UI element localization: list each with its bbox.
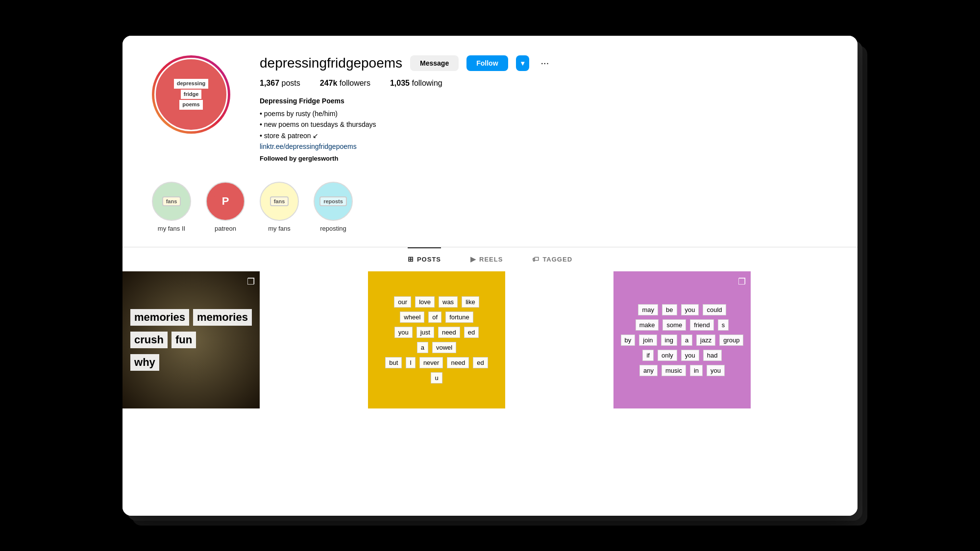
highlight-patreon[interactable]: P patreon bbox=[206, 182, 245, 232]
profile-stats: 1,367 posts 247k followers 1,035 followi… bbox=[260, 79, 828, 88]
p-had: had bbox=[703, 350, 722, 361]
post-2-row-4: a vowel bbox=[417, 342, 456, 353]
w-like: like bbox=[462, 296, 479, 308]
follow-button[interactable]: Follow bbox=[466, 55, 508, 71]
word-crush: crush bbox=[130, 332, 168, 348]
avatar-label-2: fridge bbox=[181, 90, 202, 99]
post-3-row-3: by join ing a jazz group bbox=[621, 335, 744, 346]
tabs-row: ⊞ POSTS ▶ REELS 🏷 TAGGED bbox=[122, 247, 858, 270]
avatar-ring: depressing fridge poems bbox=[152, 55, 230, 134]
bio-line3: • store & patreon ↙ bbox=[260, 132, 318, 140]
highlight-my-fans[interactable]: fans my fans bbox=[260, 182, 299, 232]
avatar-text: depressing fridge poems bbox=[174, 78, 209, 110]
w-of: of bbox=[428, 311, 441, 323]
w-need2: need bbox=[447, 357, 469, 368]
post-2-row-2: wheel of fortune bbox=[400, 311, 473, 323]
p-you: you bbox=[681, 304, 699, 315]
following-stat[interactable]: 1,035 following bbox=[390, 79, 442, 88]
message-button[interactable]: Message bbox=[410, 55, 459, 71]
word-why: why bbox=[130, 354, 159, 371]
p-any: any bbox=[639, 365, 658, 376]
w-ed2: ed bbox=[473, 357, 488, 368]
highlight-reposting[interactable]: reposts reposting bbox=[314, 182, 353, 232]
fans-ii-icon: fans bbox=[162, 196, 181, 206]
word-memories-1: memories bbox=[130, 309, 189, 326]
post-2-row-6: u bbox=[431, 372, 442, 383]
avatar-label-1: depressing bbox=[174, 79, 209, 88]
profile-bio: Depressing Fridge Poems • poems by rusty… bbox=[260, 96, 828, 152]
post-1-row-2: crush fun bbox=[130, 332, 196, 348]
patreon-icon: P bbox=[213, 189, 238, 214]
followers-stat[interactable]: 247k followers bbox=[320, 79, 370, 88]
more-button[interactable]: ··· bbox=[537, 55, 553, 71]
profile-top-row: depressingfridgepoems Message Follow ▾ ·… bbox=[260, 55, 828, 71]
post-2-words: our love was like wheel of fortune you bbox=[375, 287, 498, 393]
post-3-row-2: make some friend s bbox=[636, 319, 729, 331]
highlight-label-patreon: patreon bbox=[215, 225, 236, 232]
tagged-tab-label: TAGGED bbox=[542, 256, 572, 263]
profile-username: depressingfridgepoems bbox=[260, 55, 402, 71]
post-3-row-1: may be you could bbox=[638, 304, 726, 315]
p-jazz: jazz bbox=[696, 335, 715, 346]
post-1[interactable]: ❐ memories memories crush fun why bbox=[122, 271, 260, 408]
avatar[interactable]: depressing fridge poems bbox=[154, 58, 228, 131]
post-1-multi-icon: ❐ bbox=[247, 276, 255, 287]
w-vowel: vowel bbox=[432, 342, 456, 353]
highlights-row: fans my fans II P patreon fans my fans bbox=[122, 177, 858, 247]
bio-link[interactable]: linktr.ee/depressingfridgepoems bbox=[260, 143, 357, 150]
w-a: a bbox=[417, 342, 428, 353]
bio-name: Depressing Fridge Poems bbox=[260, 96, 828, 106]
w-love: love bbox=[415, 296, 435, 308]
highlight-circle-my-fans: fans bbox=[260, 182, 299, 221]
posts-tab-label: POSTS bbox=[417, 256, 441, 263]
w-ed: ed bbox=[464, 327, 479, 338]
p-by: by bbox=[621, 335, 636, 346]
highlight-label-fans-ii: my fans II bbox=[158, 225, 185, 232]
post-1-words: memories memories crush fun why bbox=[122, 299, 260, 381]
highlight-circle-reposting: reposts bbox=[314, 182, 353, 221]
post-2-row-5: but I never need ed bbox=[385, 357, 488, 368]
post-1-row-1: memories memories bbox=[130, 309, 252, 326]
post-3[interactable]: ❐ may be you could make some friend s bbox=[613, 271, 751, 408]
instagram-page: depressing fridge poems depressingfridge… bbox=[122, 36, 858, 516]
w-was: was bbox=[439, 296, 458, 308]
p-ing: ing bbox=[661, 335, 677, 346]
tab-tagged[interactable]: 🏷 TAGGED bbox=[532, 247, 572, 270]
p-some: some bbox=[662, 319, 686, 331]
reels-tab-icon: ▶ bbox=[470, 255, 476, 263]
tagged-tab-icon: 🏷 bbox=[532, 255, 539, 263]
profile-info: depressingfridgepoems Message Follow ▾ ·… bbox=[260, 55, 828, 163]
tab-reels[interactable]: ▶ REELS bbox=[470, 247, 503, 270]
w-fortune: fortune bbox=[445, 311, 473, 323]
p-music: music bbox=[662, 365, 686, 376]
w-our: our bbox=[394, 296, 411, 308]
browser-window: depressing fridge poems depressingfridge… bbox=[122, 36, 858, 516]
p-a: a bbox=[681, 335, 692, 346]
w-need: need bbox=[438, 327, 460, 338]
post-2[interactable]: our love was like wheel of fortune you bbox=[368, 271, 505, 408]
p-be: be bbox=[662, 304, 677, 315]
w-i: I bbox=[406, 357, 416, 368]
word-memories-2: memories bbox=[193, 309, 252, 326]
highlight-label-reposting: reposting bbox=[320, 225, 346, 232]
w-you: you bbox=[394, 327, 413, 338]
p-join: join bbox=[639, 335, 657, 346]
highlight-fans-ii[interactable]: fans my fans II bbox=[152, 182, 191, 232]
post-2-row-3: you just need ed bbox=[394, 327, 479, 338]
device-wrapper: depressing fridge poems depressingfridge… bbox=[122, 36, 858, 516]
bio-line2: • new poems on tuesdays & thursdays bbox=[260, 120, 376, 128]
dropdown-button[interactable]: ▾ bbox=[516, 55, 529, 71]
followed-by-user[interactable]: gerglesworth bbox=[298, 155, 339, 162]
highlight-label-my-fans: my fans bbox=[268, 225, 291, 232]
highlight-circle-fans-ii: fans bbox=[152, 182, 191, 221]
post-3-words: may be you could make some friend s bbox=[613, 294, 751, 386]
avatar-container: depressing fridge poems bbox=[152, 55, 230, 134]
p-you3: you bbox=[707, 365, 725, 376]
p-in: in bbox=[690, 365, 703, 376]
profile-header: depressing fridge poems depressingfridge… bbox=[122, 36, 858, 177]
w-but: but bbox=[385, 357, 402, 368]
w-u: u bbox=[431, 372, 442, 383]
reposts-icon: reposts bbox=[319, 196, 347, 206]
tab-posts[interactable]: ⊞ POSTS bbox=[408, 247, 441, 270]
word-fun: fun bbox=[172, 332, 196, 348]
